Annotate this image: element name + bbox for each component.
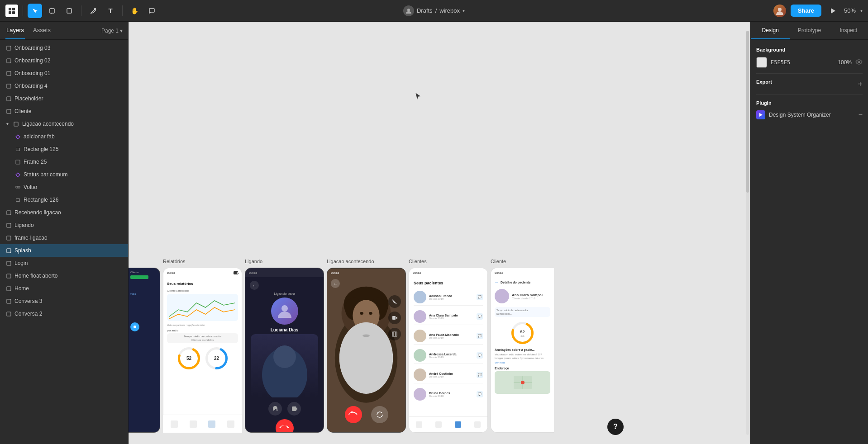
layer-item[interactable]: Rectangle 125	[0, 143, 128, 156]
svg-rect-30	[7, 249, 11, 253]
filename-caret[interactable]: ▾	[463, 8, 465, 13]
toolbar-right: Share 50% ▾	[773, 4, 863, 18]
svg-rect-4	[50, 9, 54, 13]
right-panel-content: Background E5E5E5 100% Export +	[751, 40, 868, 444]
page-selector[interactable]: Page 1 ▾	[101, 28, 123, 34]
svg-text:22: 22	[214, 356, 219, 361]
layer-item[interactable]: ▼ Ligacao acontecendo	[0, 118, 128, 130]
layer-item[interactable]: Onboarding 4	[0, 80, 128, 92]
svg-point-57	[362, 334, 370, 337]
export-add-button[interactable]: +	[858, 80, 863, 89]
frame-icon	[13, 121, 19, 127]
layer-item[interactable]: Frame 25	[0, 156, 128, 168]
frame-relatorios: Relatórios 03:33 Seus relatórios	[163, 268, 242, 433]
svg-text:52: 52	[520, 330, 525, 334]
plugin-remove-button[interactable]: −	[858, 111, 863, 119]
frame-icon	[5, 285, 12, 292]
svg-rect-29	[7, 236, 11, 240]
svg-rect-27	[7, 211, 11, 215]
toolbar-left: T ✋	[5, 4, 159, 18]
background-color-row: E5E5E5 100%	[756, 57, 863, 68]
home-button[interactable]	[5, 5, 18, 17]
layer-item[interactable]: Cliente	[0, 105, 128, 118]
layer-item[interactable]: Conversa 3	[0, 295, 128, 307]
layer-item[interactable]: frame-ligacao	[0, 231, 128, 244]
frame-ligacao-acontecendo: Ligacao acontecendo	[327, 268, 406, 433]
svg-rect-26	[16, 198, 19, 201]
svg-rect-33	[7, 287, 11, 291]
layer-item[interactable]: Conversa 2	[0, 307, 128, 320]
layer-item[interactable]: Onboarding 01	[0, 67, 128, 80]
component-icon	[14, 171, 21, 178]
background-opacity[interactable]: 100%	[838, 59, 852, 66]
svg-rect-23	[16, 160, 20, 164]
frame-icon	[5, 45, 12, 51]
frame-tool[interactable]	[45, 4, 59, 18]
divider-2	[756, 94, 863, 95]
background-section-title: Background	[756, 47, 863, 52]
export-section: Export +	[756, 79, 863, 89]
share-button[interactable]: Share	[791, 5, 821, 17]
comment-tool[interactable]	[144, 4, 159, 18]
layer-item[interactable]: Onboarding 02	[0, 54, 128, 67]
frame-icon	[5, 298, 12, 304]
layer-item[interactable]: Login	[0, 257, 128, 269]
svg-rect-58	[392, 316, 396, 320]
svg-rect-20	[7, 109, 11, 113]
user-avatar-small	[403, 5, 414, 16]
layer-item[interactable]: Placeholder	[0, 92, 128, 105]
select-tool[interactable]	[28, 4, 42, 18]
zoom-level[interactable]: 50%	[844, 7, 856, 14]
play-button[interactable]	[826, 4, 839, 18]
frame-icon	[14, 159, 21, 165]
background-hex[interactable]: E5E5E5	[771, 59, 834, 66]
canvas-area[interactable]: Cliente vídeo Relatórios 03:33	[129, 22, 750, 444]
layer-item[interactable]: Onboarding 03	[0, 42, 128, 54]
vertical-scrollbar[interactable]	[746, 31, 749, 435]
shape-tool[interactable]	[62, 4, 76, 18]
svg-rect-35	[7, 312, 11, 316]
plugin-section: Plugin Design System Organizer −	[756, 100, 863, 119]
zoom-caret[interactable]: ▾	[860, 8, 863, 13]
help-button[interactable]: ?	[607, 419, 624, 435]
frame-icon	[5, 222, 12, 228]
frame-icon	[5, 273, 12, 279]
svg-point-42	[281, 305, 288, 312]
layer-item[interactable]: Status bar comum	[0, 168, 128, 181]
divider-1	[756, 73, 863, 74]
toolbar-center: Drafts / wirebox ▾	[403, 5, 465, 16]
layers-list: Onboarding 03 Onboarding 02 Onboarding 0…	[0, 40, 128, 444]
background-color-swatch[interactable]	[756, 57, 767, 68]
svg-rect-31	[7, 261, 11, 265]
svg-point-53	[360, 312, 363, 315]
scrollbar-thumb[interactable]	[746, 31, 749, 193]
layer-item[interactable]: Home float aberto	[0, 269, 128, 282]
text-tool[interactable]: T	[103, 4, 118, 18]
layer-item-splash[interactable]: Splash	[0, 244, 128, 257]
toolbar: T ✋ Drafts / wirebox ▾ S	[0, 0, 868, 22]
svg-point-54	[369, 312, 372, 315]
layer-item[interactable]: Voltar	[0, 181, 128, 194]
tab-prototype[interactable]: Prototype	[790, 22, 829, 39]
pen-tool[interactable]	[86, 4, 100, 18]
partial-frame: Cliente vídeo	[129, 268, 160, 433]
layer-item[interactable]: Recebendo ligacao	[0, 206, 128, 219]
tab-design[interactable]: Design	[751, 22, 790, 39]
frame-icon	[5, 209, 12, 216]
filename-label[interactable]: wirebox	[439, 7, 460, 14]
svg-text:52: 52	[186, 356, 191, 361]
layer-item[interactable]: adicionar fab	[0, 130, 128, 143]
frame-label: Ligando	[245, 259, 262, 264]
tab-assets[interactable]: Assets	[32, 22, 52, 39]
layer-item[interactable]: Home	[0, 282, 128, 295]
svg-rect-45	[292, 406, 296, 411]
svg-rect-1	[12, 8, 15, 10]
layer-item[interactable]: Ligando	[0, 219, 128, 231]
layer-item[interactable]: Rectangle 126	[0, 194, 128, 206]
frame-label: Cliente	[491, 259, 506, 264]
tab-layers[interactable]: Layers	[5, 22, 25, 39]
tab-inspect[interactable]: Inspect	[829, 22, 868, 39]
eye-icon[interactable]	[855, 58, 863, 67]
hand-tool[interactable]: ✋	[127, 4, 142, 18]
rect-icon	[14, 197, 21, 203]
